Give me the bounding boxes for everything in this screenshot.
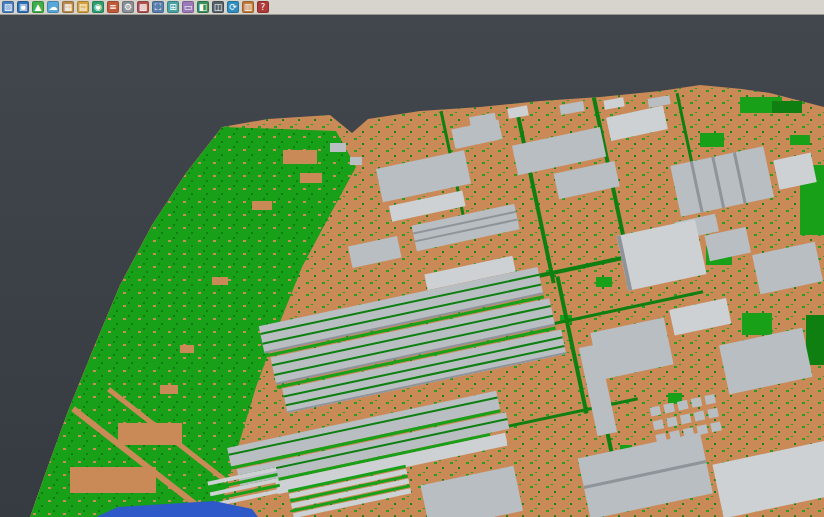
- snapshot-icon[interactable]: ◫: [212, 1, 224, 13]
- crop-icon[interactable]: ▩: [137, 1, 149, 13]
- open-icon[interactable]: ▨: [2, 1, 14, 13]
- mesh-icon[interactable]: ▲: [32, 1, 44, 13]
- terrain-icon[interactable]: ▦: [62, 1, 74, 13]
- grid-icon[interactable]: ⊞: [167, 1, 179, 13]
- histogram-icon[interactable]: ▥: [242, 1, 254, 13]
- camera-icon[interactable]: ◧: [197, 1, 209, 13]
- application-window: ▨▣▲☁▦▤◉≡⚙▩⛶⊞▭◧◫⟳▥?: [0, 0, 824, 517]
- measure-icon[interactable]: ▭: [182, 1, 194, 13]
- palette-icon[interactable]: ▤: [77, 1, 89, 13]
- point-cloud-render: [0, 15, 824, 517]
- point-cloud-icon[interactable]: ☁: [47, 1, 59, 13]
- save-icon[interactable]: ▣: [17, 1, 29, 13]
- viewport-3d[interactable]: [0, 15, 824, 517]
- toolbar: ▨▣▲☁▦▤◉≡⚙▩⛶⊞▭◧◫⟳▥?: [0, 0, 824, 15]
- refresh-icon[interactable]: ⟳: [227, 1, 239, 13]
- fullscreen-icon[interactable]: ⛶: [152, 1, 164, 13]
- toolbar-icons: ▨▣▲☁▦▤◉≡⚙▩⛶⊞▭◧◫⟳▥?: [2, 1, 269, 13]
- settings-icon[interactable]: ⚙: [122, 1, 134, 13]
- globe-icon[interactable]: ◉: [92, 1, 104, 13]
- layers-icon[interactable]: ≡: [107, 1, 119, 13]
- help-icon[interactable]: ?: [257, 1, 269, 13]
